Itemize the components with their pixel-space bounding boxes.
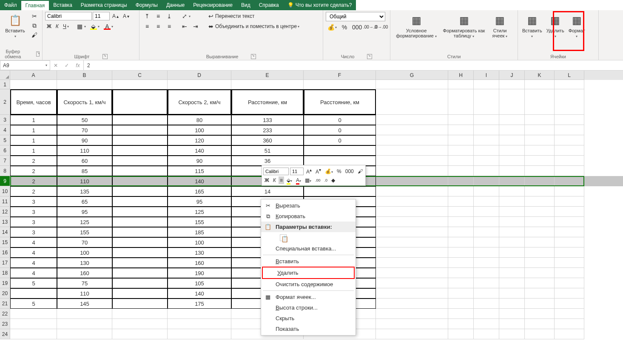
cell-J22[interactable] <box>499 309 525 319</box>
row-header-3[interactable]: 3 <box>0 115 10 125</box>
cell-C21[interactable] <box>112 299 168 309</box>
cell-I13[interactable] <box>474 217 499 227</box>
cell-J23[interactable] <box>499 319 525 329</box>
formula-input[interactable]: 2 <box>84 60 623 70</box>
cell-J6[interactable] <box>499 145 525 156</box>
cell-H10[interactable] <box>448 186 474 196</box>
cell-G1[interactable] <box>376 80 448 89</box>
cell-G13[interactable] <box>376 217 448 227</box>
cell-H20[interactable] <box>448 288 474 299</box>
cell-C13[interactable] <box>112 217 168 227</box>
cell-H23[interactable] <box>448 319 474 329</box>
cell-L12[interactable] <box>555 207 584 217</box>
font-size-select[interactable] <box>93 12 110 20</box>
decrease-font-button[interactable]: A▾ <box>121 12 131 20</box>
row-header-23[interactable]: 23 <box>0 319 10 329</box>
percent-button[interactable]: % <box>339 23 350 31</box>
cell-C16[interactable] <box>112 247 168 258</box>
alignment-launcher[interactable] <box>251 54 256 59</box>
column-header-A[interactable]: A <box>10 71 57 80</box>
mini-borders[interactable]: ▦▾ <box>304 176 313 184</box>
cell-H7[interactable] <box>448 156 474 166</box>
cell-L1[interactable] <box>555 80 584 89</box>
cell-G23[interactable] <box>376 319 448 329</box>
cell-E6[interactable]: 51 <box>231 145 304 156</box>
cell-J21[interactable] <box>499 299 525 309</box>
ctx-cut[interactable]: ✂Вырезать <box>261 200 356 211</box>
mini-bold[interactable]: Ж <box>263 176 270 184</box>
cell-B12[interactable]: 95 <box>57 207 112 217</box>
column-header-E[interactable]: E <box>231 71 304 80</box>
cell-A13[interactable]: 3 <box>10 217 57 227</box>
tab-insert[interactable]: Вставка <box>49 0 77 10</box>
row-header-8[interactable]: 8 <box>0 166 10 176</box>
ctx-row-height[interactable]: Высота строки... <box>261 302 356 313</box>
mini-decrease-font[interactable]: A▾ <box>314 167 322 176</box>
cell-D14[interactable]: 185 <box>168 227 231 237</box>
cell-D13[interactable]: 155 <box>168 217 231 227</box>
cell-J5[interactable] <box>499 135 525 145</box>
row-header-14[interactable]: 14 <box>0 227 10 237</box>
cell-B14[interactable]: 155 <box>57 227 112 237</box>
column-header-G[interactable]: G <box>376 71 448 80</box>
cell-A1[interactable] <box>10 80 57 89</box>
cell-L2[interactable] <box>555 89 584 115</box>
cell-F2[interactable]: Расстояние, км <box>304 89 376 115</box>
cell-B8[interactable]: 85 <box>57 166 112 176</box>
cell-G20[interactable] <box>376 288 448 299</box>
cell-D3[interactable]: 80 <box>168 115 231 125</box>
select-all-corner[interactable] <box>0 71 10 80</box>
cell-H22[interactable] <box>448 309 474 319</box>
cell-C11[interactable] <box>112 196 168 207</box>
cell-C18[interactable] <box>112 268 168 278</box>
column-header-D[interactable]: D <box>168 71 231 80</box>
cell-J13[interactable] <box>499 217 525 227</box>
align-middle-button[interactable]: ≡ <box>153 12 163 20</box>
clipboard-launcher[interactable] <box>36 51 40 57</box>
cell-I7[interactable] <box>474 156 499 166</box>
ctx-copy[interactable]: ⧉Копировать <box>261 211 356 222</box>
cell-G6[interactable] <box>376 145 448 156</box>
cell-K8[interactable] <box>525 166 555 176</box>
cell-E5[interactable]: 360 <box>231 135 304 145</box>
tell-me[interactable]: 💡 Что вы хотите сделать? <box>283 0 356 10</box>
cell-C3[interactable] <box>112 115 168 125</box>
mini-clear[interactable]: ◆ <box>330 176 336 184</box>
row-header-13[interactable]: 13 <box>0 217 10 227</box>
cell-H3[interactable] <box>448 115 474 125</box>
cell-E3[interactable]: 133 <box>231 115 304 125</box>
cell-D23[interactable] <box>168 319 231 329</box>
cell-K14[interactable] <box>525 227 555 237</box>
cell-J16[interactable] <box>499 247 525 258</box>
cell-G24[interactable] <box>376 329 448 339</box>
cell-A5[interactable]: 1 <box>10 135 57 145</box>
ctx-insert[interactable]: Вставить <box>261 256 356 267</box>
cell-L5[interactable] <box>555 135 584 145</box>
cell-E2[interactable]: Расстояние, км <box>231 89 304 115</box>
cell-H13[interactable] <box>448 217 474 227</box>
cell-D12[interactable]: 125 <box>168 207 231 217</box>
cell-C10[interactable] <box>112 186 168 196</box>
font-name-select[interactable] <box>45 12 92 20</box>
cell-A20[interactable] <box>10 288 57 299</box>
cell-D19[interactable]: 105 <box>168 278 231 288</box>
cell-B4[interactable]: 70 <box>57 125 112 135</box>
cell-H11[interactable] <box>448 196 474 207</box>
cell-L21[interactable] <box>555 299 584 309</box>
paste-button[interactable]: 📋 Вставить ▾ <box>3 12 28 40</box>
tab-help[interactable]: Справка <box>255 0 283 10</box>
cell-G8[interactable] <box>376 166 448 176</box>
row-header-5[interactable]: 5 <box>0 135 10 145</box>
cell-J3[interactable] <box>499 115 525 125</box>
mini-font-select[interactable] <box>263 168 289 175</box>
cell-I10[interactable] <box>474 186 499 196</box>
cell-C6[interactable] <box>112 145 168 156</box>
increase-decimal-button[interactable]: .00→.0 <box>361 23 372 31</box>
cell-C5[interactable] <box>112 135 168 145</box>
font-color-button[interactable]: A▾ <box>102 22 115 31</box>
cell-L11[interactable] <box>555 196 584 207</box>
cell-A9[interactable]: 2 <box>10 176 57 186</box>
cell-K11[interactable] <box>525 196 555 207</box>
row-header-21[interactable]: 21 <box>0 299 10 309</box>
cell-D17[interactable]: 160 <box>168 258 231 268</box>
